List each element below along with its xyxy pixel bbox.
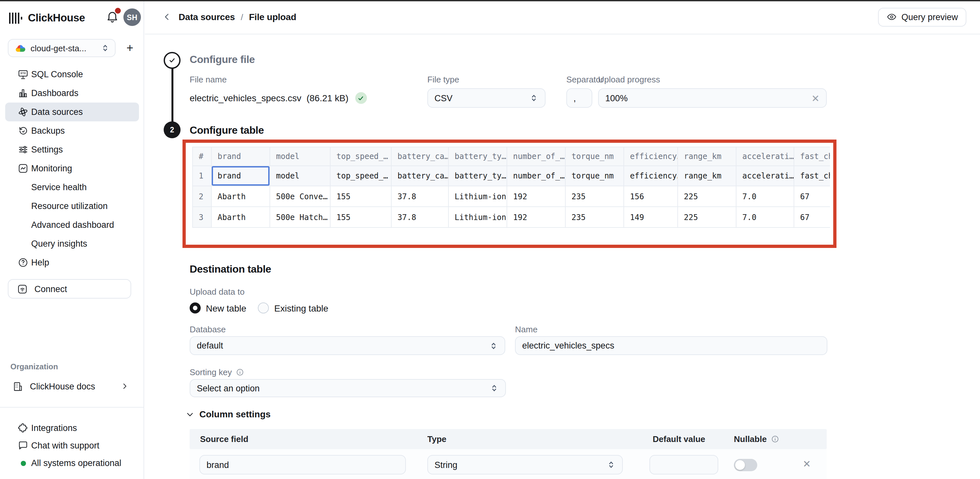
- cell[interactable]: 67: [794, 207, 830, 228]
- sidebar-item-service-health[interactable]: Service health: [5, 178, 139, 197]
- table-name-input[interactable]: [515, 337, 827, 354]
- sidebar-item-monitoring[interactable]: Monitoring: [5, 159, 139, 178]
- cell[interactable]: brand: [212, 166, 270, 186]
- organization-label: Organization: [10, 362, 58, 371]
- sidebar-item-label: Backups: [31, 126, 65, 136]
- type-value: String: [434, 460, 458, 469]
- cell[interactable]: Lithium-ion: [449, 186, 507, 207]
- sidebar-item-label: SQL Console: [31, 70, 83, 79]
- app-window: ClickHouse SH cloud-get-sta... + SQL Con…: [0, 0, 980, 479]
- sidebar-item-backups[interactable]: Backups: [5, 121, 139, 140]
- sidebar-item-chat-with-support[interactable]: Chat with support: [5, 437, 139, 454]
- sidebar-item-data-sources[interactable]: Data sources: [5, 103, 139, 121]
- cell[interactable]: 500e Hatch…: [270, 207, 331, 228]
- query-preview-label: Query preview: [901, 12, 958, 22]
- sidebar-item-sql-console[interactable]: SQL Console: [5, 65, 139, 84]
- cell[interactable]: 67: [794, 186, 830, 207]
- cell[interactable]: battery_ty…: [449, 166, 507, 186]
- sidebar-item-label: Settings: [31, 145, 63, 154]
- breadcrumb-data-sources[interactable]: Data sources: [178, 12, 235, 22]
- help-icon: [18, 257, 29, 268]
- toggle-knob: [735, 460, 745, 470]
- nullable-toggle[interactable]: [734, 459, 757, 471]
- window-top-edge: [0, 0, 980, 1]
- cell[interactable]: Abarth: [212, 207, 270, 228]
- cell[interactable]: 155: [331, 207, 391, 228]
- column-settings-toggle[interactable]: Column settings: [186, 409, 270, 419]
- type-select[interactable]: String: [427, 455, 623, 474]
- cell[interactable]: 37.8: [391, 186, 449, 207]
- source-field-input[interactable]: [200, 456, 405, 474]
- avatar[interactable]: SH: [123, 8, 141, 26]
- sidebar-item-help[interactable]: Help: [5, 253, 139, 272]
- cell[interactable]: 7.0: [737, 207, 794, 228]
- configure-file-title: Configure file: [189, 54, 255, 65]
- sidebar-divider: [0, 407, 144, 408]
- cell[interactable]: battery_ca…: [391, 166, 449, 186]
- separator-input[interactable]: ,: [566, 88, 592, 108]
- cell[interactable]: 192: [507, 207, 566, 228]
- upload-progress-box: 100% ✕: [598, 88, 827, 108]
- column-header: range_km: [678, 147, 737, 166]
- upload-progress-value: 100%: [605, 93, 628, 103]
- cell[interactable]: range_km: [678, 166, 737, 186]
- sidebar-item-all-systems-operational[interactable]: All systems operational: [5, 454, 139, 472]
- column-settings-table: Source field Type Default value Nullable…: [189, 429, 827, 479]
- sorting-key-select[interactable]: Select an option: [189, 379, 506, 397]
- back-chevron-icon[interactable]: [162, 12, 172, 21]
- cell[interactable]: top_speed_…: [331, 166, 391, 186]
- upload-data-to-label: Upload data to: [189, 287, 245, 297]
- default-value-input[interactable]: [650, 456, 718, 474]
- sidebar-item-clickhouse-docs[interactable]: ClickHouse docs: [5, 378, 139, 394]
- file-type-select[interactable]: CSV: [427, 88, 546, 108]
- cell[interactable]: Abarth: [212, 186, 270, 207]
- service-selector[interactable]: cloud-get-sta...: [8, 39, 116, 57]
- info-icon[interactable]: [770, 435, 779, 443]
- query-preview-button[interactable]: Query preview: [878, 8, 966, 26]
- sidebar-item-query-insights[interactable]: Query insights: [5, 234, 139, 253]
- cell[interactable]: 155: [331, 186, 391, 207]
- remove-column-icon[interactable]: ✕: [803, 459, 811, 469]
- close-icon[interactable]: ✕: [811, 93, 819, 103]
- sidebar-item-advanced-dashboard[interactable]: Advanced dashboard: [5, 216, 139, 234]
- cell[interactable]: 235: [566, 207, 624, 228]
- cell[interactable]: 225: [678, 207, 737, 228]
- cell[interactable]: efficiency…: [624, 166, 678, 186]
- cell[interactable]: number_of_…: [507, 166, 566, 186]
- cell[interactable]: 149: [624, 207, 678, 228]
- table-row: 3Abarth500e Hatch…15537.8Lithium-ion1922…: [192, 207, 830, 228]
- sidebar-item-dashboards[interactable]: Dashboards: [5, 84, 139, 103]
- backups-icon: [18, 125, 29, 136]
- sidebar-item-settings[interactable]: Settings: [5, 140, 139, 159]
- radio-existing-table[interactable]: [258, 303, 269, 314]
- info-icon[interactable]: [236, 368, 244, 376]
- sidebar-item-label: Service health: [31, 182, 87, 192]
- add-service-button[interactable]: +: [121, 39, 139, 57]
- cell[interactable]: torque_nm: [566, 166, 624, 186]
- column-settings-title: Column settings: [199, 409, 270, 419]
- sorting-key-label-row: Sorting key: [189, 367, 244, 377]
- cell[interactable]: 7.0: [737, 186, 794, 207]
- database-select[interactable]: default: [189, 336, 505, 355]
- cell[interactable]: Lithium-ion: [449, 207, 507, 228]
- connect-button[interactable]: Connect: [8, 279, 131, 298]
- gcp-cloud-icon: [15, 44, 25, 52]
- cell[interactable]: model: [270, 166, 331, 186]
- cell[interactable]: fast_cha: [794, 166, 830, 186]
- cell[interactable]: 235: [566, 186, 624, 207]
- cell[interactable]: accelerati…: [737, 166, 794, 186]
- cell[interactable]: 225: [678, 186, 737, 207]
- docs-building-icon: [12, 381, 23, 392]
- breadcrumb-separator: /: [240, 12, 243, 22]
- chevron-updown-icon: [101, 43, 110, 52]
- cell[interactable]: 192: [507, 186, 566, 207]
- radio-new-table[interactable]: [189, 303, 200, 314]
- data-sources-icon: [18, 106, 29, 117]
- sidebar-item-resource-utilization[interactable]: Resource utilization: [5, 197, 139, 216]
- column-header: torque_nm: [566, 147, 624, 166]
- cell[interactable]: 37.8: [391, 207, 449, 228]
- sidebar-item-integrations[interactable]: Integrations: [5, 419, 139, 437]
- notifications-bell-icon[interactable]: [105, 9, 119, 25]
- cell[interactable]: 156: [624, 186, 678, 207]
- cell[interactable]: 500e Conve…: [270, 186, 331, 207]
